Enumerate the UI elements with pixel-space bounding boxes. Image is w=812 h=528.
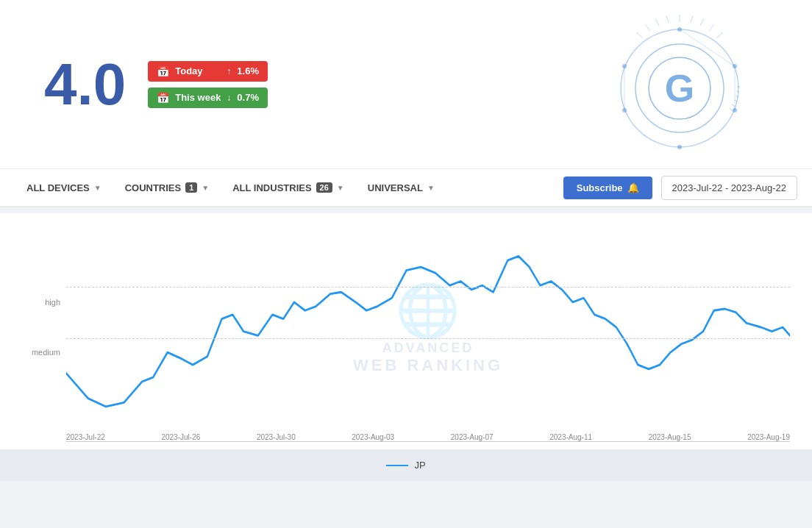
industries-chevron-icon: ▼ [337, 184, 344, 192]
countries-dropdown[interactable]: COUNTRIES 1 ▼ [113, 169, 221, 206]
x-label-2: 2023-Jul-30 [257, 433, 296, 441]
top-section: 4.0 📅 Today ↑ 1.6% 📅 This week ↓ 0.7% [0, 0, 812, 169]
week-icon: 📅 [157, 92, 169, 104]
chart-x-axis: 2023-Jul-22 2023-Jul-26 2023-Jul-30 2023… [66, 419, 790, 441]
today-badge: 📅 Today ↑ 1.6% [148, 61, 268, 82]
x-axis-line [66, 441, 790, 442]
week-label: This week [175, 92, 221, 103]
bell-icon: 🔔 [627, 182, 639, 193]
all-devices-label: ALL DEVICES [26, 182, 90, 193]
chart-svg [66, 235, 790, 419]
universal-label: UNIVERSAL [368, 182, 423, 193]
date-range-picker[interactable]: 2023-Jul-22 - 2023-Aug-22 [661, 176, 797, 200]
x-label-3: 2023-Aug-03 [352, 433, 394, 441]
universal-dropdown[interactable]: UNIVERSAL ▼ [356, 169, 446, 206]
svg-line-1 [691, 15, 693, 23]
svg-line-25 [734, 100, 737, 101]
svg-line-7 [636, 32, 643, 38]
y-label-medium: medium [22, 348, 66, 357]
svg-point-15 [677, 145, 682, 149]
legend-line-jp [386, 465, 408, 466]
svg-line-27 [730, 108, 733, 111]
week-arrow: ↓ [227, 93, 231, 103]
x-label-5: 2023-Aug-11 [549, 433, 592, 441]
all-devices-dropdown[interactable]: ALL DEVICES ▼ [15, 169, 113, 206]
chart-section: high medium 🌐 ADVANCED WEB RANKING 2023-… [0, 213, 812, 449]
subscribe-button[interactable]: Subscribe 🔔 [563, 176, 652, 199]
x-label-4: 2023-Aug-07 [451, 433, 494, 441]
x-label-1: 2023-Jul-26 [161, 433, 200, 441]
x-label-0: 2023-Jul-22 [66, 433, 105, 441]
industries-dropdown[interactable]: ALL INDUSTRIES 26 ▼ [221, 169, 356, 206]
toolbar: ALL DEVICES ▼ COUNTRIES 1 ▼ ALL INDUSTRI… [0, 169, 812, 207]
svg-line-4 [666, 15, 669, 23]
countries-label: COUNTRIES [125, 182, 182, 193]
legend-section: JP [0, 449, 812, 481]
countries-count-badge: 1 [185, 182, 197, 193]
today-label: Today [175, 65, 221, 76]
score-area: 4.0 📅 Today ↑ 1.6% 📅 This week ↓ 0.7% [44, 55, 268, 114]
today-icon: 📅 [157, 65, 169, 77]
devices-chevron-icon: ▼ [94, 184, 102, 192]
logo-area: G [577, 11, 783, 158]
x-label-7: 2023-Aug-19 [747, 433, 790, 441]
svg-line-2 [700, 18, 704, 26]
svg-line-8 [716, 32, 723, 38]
today-arrow: ↑ [227, 66, 231, 76]
grid-line-high [66, 287, 790, 288]
today-percent: 1.6% [237, 65, 259, 76]
legend-label-jp: JP [414, 460, 425, 471]
svg-line-5 [655, 18, 659, 26]
chart-plot-area: 🌐 ADVANCED WEB RANKING [66, 235, 790, 419]
chart-container: high medium 🌐 ADVANCED WEB RANKING 2023-… [22, 235, 790, 441]
week-badge: 📅 This week ↓ 0.7% [148, 88, 268, 108]
countries-chevron-icon: ▼ [202, 184, 209, 192]
svg-line-18 [680, 29, 735, 66]
industries-label: ALL INDUSTRIES [232, 182, 311, 193]
svg-line-26 [732, 104, 735, 107]
chart-y-axis: high medium [22, 235, 66, 441]
svg-line-6 [645, 24, 650, 31]
date-range-value: 2023-Jul-22 - 2023-Aug-22 [672, 182, 786, 193]
score-value: 4.0 [44, 55, 126, 114]
universal-chevron-icon: ▼ [427, 184, 435, 192]
subscribe-label: Subscribe [577, 182, 623, 193]
svg-line-3 [709, 24, 714, 31]
svg-text:G: G [665, 67, 694, 110]
grid-line-medium [66, 338, 790, 339]
industries-count-badge: 26 [316, 182, 332, 193]
score-badges: 📅 Today ↑ 1.6% 📅 This week ↓ 0.7% [148, 61, 268, 108]
week-percent: 0.7% [237, 92, 259, 103]
y-label-high: high [22, 298, 66, 307]
x-label-6: 2023-Aug-15 [649, 433, 691, 441]
